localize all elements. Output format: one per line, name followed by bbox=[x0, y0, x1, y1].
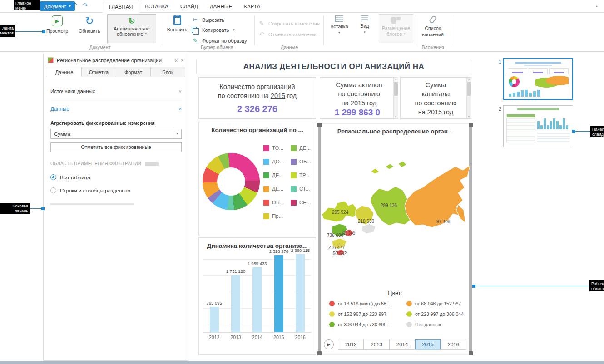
year-button-2012[interactable]: 2012 bbox=[338, 339, 364, 349]
mark-all-fixed-button[interactable]: Отметить все фиксированные bbox=[50, 142, 182, 152]
section-data[interactable]: Данные ˄ bbox=[50, 102, 182, 116]
legend-item: СЕ... bbox=[291, 200, 318, 206]
legend-item: СТ... bbox=[291, 186, 318, 192]
undo-icon[interactable]: ↶ bbox=[72, 1, 78, 10]
callout-dot bbox=[40, 4, 44, 7]
bar-category-label: 2015 bbox=[273, 334, 284, 340]
map-region-value: 218 530 bbox=[358, 219, 374, 224]
thumb-rows-art bbox=[537, 133, 570, 143]
format-painter-button[interactable]: ✎ Формат по образцу bbox=[192, 37, 247, 44]
scroll-up-icon[interactable]: ▲ bbox=[467, 78, 471, 81]
year-link[interactable]: 2015 bbox=[427, 108, 442, 116]
tab-ВСТАВКА[interactable]: ВСТАВКА bbox=[139, 0, 174, 13]
scrollbar-thumb[interactable] bbox=[467, 82, 471, 96]
section-data-sources[interactable]: Источники данных ˅ bbox=[50, 84, 182, 98]
attachments-list-button[interactable]: Список вложений bbox=[419, 15, 447, 37]
sidebar-tab-Данные[interactable]: Данные bbox=[47, 67, 82, 77]
auto-update-button[interactable]: ↻ ▶ Автоматическое обновление ▾ bbox=[107, 14, 156, 43]
scroll-down-icon[interactable]: ▼ bbox=[394, 115, 398, 118]
data-sources-label: Источники данных bbox=[50, 89, 95, 94]
caret-down-icon: ▾ bbox=[233, 28, 235, 32]
callout-dot bbox=[42, 30, 45, 33]
year-link[interactable]: 2015 bbox=[351, 99, 365, 107]
collapse-panel-icon[interactable]: « bbox=[174, 57, 178, 64]
resize-handle-corner[interactable] bbox=[317, 351, 322, 355]
map-area: 295 524299 136218 53097 408736 60062 049… bbox=[318, 138, 473, 287]
filter-option[interactable]: Строки и столбцы раздельно bbox=[50, 184, 182, 197]
ribbon-divider bbox=[416, 15, 416, 45]
bar bbox=[231, 275, 240, 332]
map-block[interactable]: Региональное распределение орган... bbox=[318, 123, 472, 355]
slide-thumbnail-2[interactable] bbox=[503, 105, 573, 147]
redo-icon[interactable]: ↷ bbox=[82, 1, 88, 10]
dashboard-title: АНАЛИЗ ДЕЯТЕЛЬНОСТИ ОРГАНИЗАЦИЙ НА bbox=[196, 59, 471, 74]
cut-button[interactable]: ✂ Вырезать bbox=[192, 16, 224, 23]
map-region-value: 736 600 bbox=[327, 233, 343, 238]
tab-ГЛАВНАЯ[interactable]: ГЛАВНАЯ bbox=[103, 0, 139, 13]
tab-ДАННЫЕ[interactable]: ДАННЫЕ bbox=[204, 0, 238, 13]
ribbon-divider bbox=[451, 15, 451, 45]
radio-button[interactable] bbox=[50, 187, 56, 193]
aggregate-select[interactable]: Сумма ▾ bbox=[50, 129, 182, 139]
paste-label: Вставить bbox=[167, 27, 188, 32]
resize-handle-corner[interactable] bbox=[317, 123, 322, 127]
copy-button[interactable]: Копировать ▾ bbox=[192, 27, 235, 33]
map-region bbox=[386, 164, 394, 169]
save-changes-button[interactable]: ✎ Сохранить изменения bbox=[258, 20, 320, 27]
vertical-scrollbar[interactable]: ▲ ▼ bbox=[466, 78, 471, 118]
discard-changes-button[interactable]: ↶ Отменить изменения bbox=[258, 31, 318, 38]
filter-option[interactable]: Вся таблица bbox=[50, 171, 182, 184]
slide-thumbnail-1[interactable] bbox=[503, 58, 573, 100]
kpi-line: по состоянию на 2015 год bbox=[199, 91, 316, 100]
bar-category-label: 2016 bbox=[295, 334, 306, 340]
bar-category-label: 2012 bbox=[209, 334, 219, 340]
scroll-down-icon[interactable]: ▼ bbox=[467, 115, 471, 118]
vertical-scrollbar[interactable]: ▲ ▼ bbox=[393, 78, 398, 118]
bar-chart-block[interactable]: Динамика количества организа... 765 0952… bbox=[198, 237, 316, 355]
preview-button[interactable]: ▶ Просмотр bbox=[43, 15, 72, 34]
timeline-play-button[interactable]: ▶ bbox=[324, 339, 334, 349]
group-label-document: Документ bbox=[43, 44, 157, 50]
tab-СЛАЙД[interactable]: СЛАЙД bbox=[174, 0, 204, 13]
tab-КАРТА[interactable]: КАРТА bbox=[238, 0, 267, 13]
scrollbar-thumb[interactable] bbox=[394, 82, 398, 96]
donut-chart-block[interactable]: Количество организаций по ... ТО...ДО...… bbox=[198, 122, 316, 235]
sidebar-panel: Региональное распределение организаций «… bbox=[43, 54, 188, 361]
data-section-label: Данные bbox=[50, 106, 69, 112]
filter-option-label: Строки и столбцы раздельно bbox=[60, 188, 130, 193]
scroll-up-icon[interactable]: ▲ bbox=[394, 78, 398, 81]
chevron-down-icon: ˅ bbox=[179, 89, 182, 94]
sidebar-tab-Отметка[interactable]: Отметка bbox=[81, 67, 116, 77]
kpi-card-count[interactable]: Количество организаций по состоянию на 2… bbox=[198, 77, 316, 119]
sidebar-tab-Формат[interactable]: Формат bbox=[116, 67, 151, 77]
caret-down-icon: ▾ bbox=[69, 4, 71, 8]
close-panel-icon[interactable]: × bbox=[181, 57, 184, 64]
table-grid-icon bbox=[335, 15, 343, 22]
kpi-line: по состоянию bbox=[320, 89, 398, 98]
year-button-2014[interactable]: 2014 bbox=[390, 339, 415, 349]
cut-label: Вырезать bbox=[202, 17, 224, 23]
kpi-line: Сумма bbox=[401, 80, 471, 89]
year-button-2013[interactable]: 2013 bbox=[364, 339, 389, 349]
collapse-ribbon-icon[interactable]: ▴ bbox=[596, 4, 598, 8]
year-button-2016[interactable]: 2016 bbox=[441, 339, 466, 349]
radio-button[interactable] bbox=[50, 174, 56, 180]
horizontal-scrollbar[interactable] bbox=[50, 203, 134, 205]
insert-block-button[interactable]: Вставка ▾ bbox=[326, 15, 352, 34]
ribbon-divider bbox=[162, 15, 162, 45]
preview-label: Просмотр bbox=[46, 28, 68, 34]
refresh-button[interactable]: ↻ Обновить bbox=[74, 15, 104, 34]
sidebar-content: Источники данных ˅ Данные ˄ Агрегировать… bbox=[44, 77, 188, 205]
year-link[interactable]: 2015 bbox=[271, 92, 285, 99]
document-menu-button[interactable]: Документ ▾ bbox=[40, 1, 75, 11]
paste-button[interactable]: Вставить bbox=[164, 15, 190, 32]
sidebar-tab-Блок[interactable]: Блок bbox=[150, 67, 185, 77]
map-region-value: 50 562 bbox=[333, 251, 347, 256]
block-layout-button[interactable]: Размещение блоков ▾ bbox=[379, 14, 413, 43]
resize-handle-corner[interactable] bbox=[469, 351, 473, 355]
year-button-2015[interactable]: 2015 bbox=[415, 339, 441, 349]
view-button[interactable]: Вид ▾ bbox=[355, 15, 374, 34]
resize-handle-corner[interactable] bbox=[469, 123, 473, 127]
kpi-card-capital[interactable]: Сумма капитала по состоянию на 2015 год … bbox=[400, 77, 471, 119]
kpi-card-assets[interactable]: Сумма активов по состоянию на 2015 год 1… bbox=[320, 77, 398, 119]
